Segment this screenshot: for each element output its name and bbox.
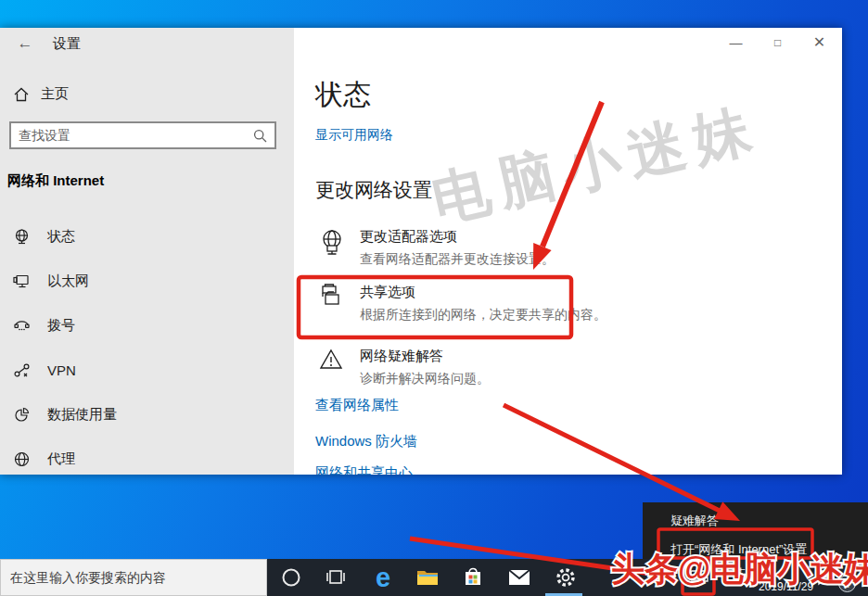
menu-item-troubleshoot[interactable]: 疑难解答: [670, 513, 719, 529]
sidebar-label: 数据使用量: [47, 406, 117, 424]
network-context-menu: 疑难解答 打开“网络和 Internet”设置: [643, 502, 868, 559]
sidebar-item-home[interactable]: 主页: [13, 85, 69, 103]
edge-button[interactable]: e: [363, 559, 403, 596]
store-button[interactable]: [453, 559, 493, 596]
section-title: 更改网络设置: [315, 177, 432, 203]
store-icon: [463, 566, 483, 589]
sidebar-label: 拨号: [47, 317, 75, 335]
sidebar-label: 以太网: [47, 273, 89, 290]
show-available-networks-link[interactable]: 显示可用网络: [315, 127, 393, 144]
globe-status-icon: [13, 228, 31, 246]
network-sharing-center-link[interactable]: 网络和共享中心: [315, 464, 413, 475]
action-center-icon: [817, 568, 836, 587]
adapter-icon: [319, 228, 347, 268]
sidebar-item-vpn[interactable]: VPN: [0, 352, 294, 387]
change-adapter-options-item[interactable]: 更改适配器选项 查看网络适配器并更改连接设置。: [319, 228, 555, 268]
network-troubleshooter-item[interactable]: 网络疑难解答 诊断并解决网络问题。: [319, 348, 490, 387]
windows-firewall-link[interactable]: Windows 防火墙: [315, 433, 417, 450]
page-title: 状态: [315, 76, 371, 114]
mail-button[interactable]: [499, 559, 540, 596]
taskbar-search-box: [0, 559, 267, 596]
sidebar-item-data-usage[interactable]: 数据使用量: [0, 397, 294, 432]
sidebar-item-ethernet[interactable]: 以太网: [0, 263, 294, 298]
gear-icon: [555, 566, 577, 589]
sidebar-label: VPN: [47, 362, 76, 378]
task-view-icon: [326, 567, 346, 588]
sidebar-section-title: 网络和 Internet: [7, 172, 104, 190]
proxy-icon: [13, 450, 31, 468]
minimize-button[interactable]: —: [715, 28, 757, 57]
sharing-icon: [319, 284, 347, 323]
cortana-button[interactable]: [271, 559, 312, 596]
close-button[interactable]: ✕: [798, 28, 840, 57]
sidebar-item-proxy[interactable]: 代理: [0, 441, 294, 475]
task-view-button[interactable]: [315, 559, 356, 596]
sharing-options-item[interactable]: 共享选项 根据所连接到的网络，决定要共享的内容。: [319, 284, 606, 323]
sidebar-item-status[interactable]: 状态: [0, 219, 294, 254]
edge-icon: e: [376, 559, 390, 596]
sidebar-item-dialup[interactable]: 拨号: [0, 308, 294, 343]
item-title: 更改适配器选项: [360, 228, 555, 246]
taskbar-search-input[interactable]: [1, 570, 266, 585]
data-usage-icon: [13, 406, 31, 424]
item-title: 共享选项: [360, 284, 606, 301]
notification-badge: 4: [838, 575, 856, 592]
item-desc: 诊断并解决网络问题。: [360, 371, 490, 387]
file-explorer-icon: [416, 568, 439, 587]
sidebar-label: 代理: [47, 450, 75, 468]
taskbar-date[interactable]: 2019/11/29: [759, 580, 813, 593]
settings-taskbar-button[interactable]: [545, 559, 586, 596]
screen: { "window": { "title": "设置", "back_glyph…: [0, 0, 868, 596]
window-title: 设置: [53, 35, 81, 53]
menu-item-open-network-settings[interactable]: 打开“网络和 Internet”设置: [670, 541, 807, 558]
ethernet-icon: [13, 273, 31, 290]
home-icon: [13, 86, 30, 103]
network-tray-icon: [689, 568, 709, 587]
action-center-button[interactable]: [812, 559, 840, 596]
network-tray-button[interactable]: [683, 559, 716, 596]
item-title: 网络疑难解答: [360, 348, 490, 365]
settings-search-box: [9, 121, 276, 149]
sidebar-label: 状态: [47, 228, 75, 246]
cortana-icon: [281, 567, 301, 588]
settings-search-input[interactable]: [11, 128, 253, 143]
dialup-icon: [13, 317, 31, 335]
view-network-properties-link[interactable]: 查看网络属性: [315, 397, 399, 414]
sidebar-home-label: 主页: [41, 85, 69, 103]
maximize-button[interactable]: □: [757, 28, 798, 57]
settings-window: ← 设置 — □ ✕ 主页 网络和 Internet: [0, 28, 842, 475]
item-desc: 查看网络适配器并更改连接设置。: [360, 251, 555, 268]
file-explorer-button[interactable]: [407, 559, 448, 596]
item-desc: 根据所连接到的网络，决定要共享的内容。: [360, 307, 606, 323]
ime-indicator[interactable]: 英: [732, 566, 746, 584]
back-button[interactable]: ←: [11, 33, 39, 54]
search-icon[interactable]: [253, 129, 267, 143]
mail-icon: [508, 569, 530, 586]
vpn-icon: [13, 361, 31, 379]
warning-icon: [319, 348, 347, 387]
